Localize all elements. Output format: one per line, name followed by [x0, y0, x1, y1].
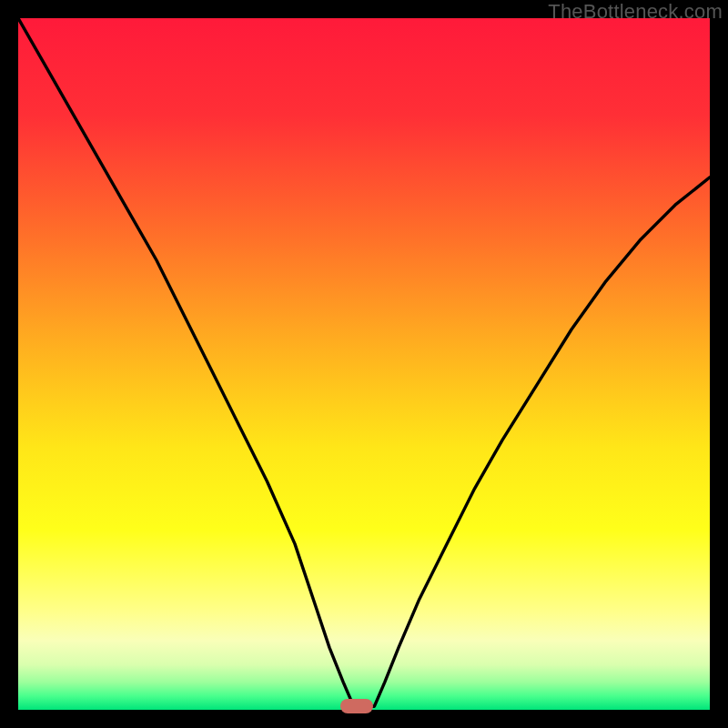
bottleneck-curve — [18, 18, 710, 710]
chart-frame: TheBottleneck.com — [0, 0, 728, 728]
optimal-marker — [340, 699, 373, 713]
plot-area — [18, 18, 710, 710]
